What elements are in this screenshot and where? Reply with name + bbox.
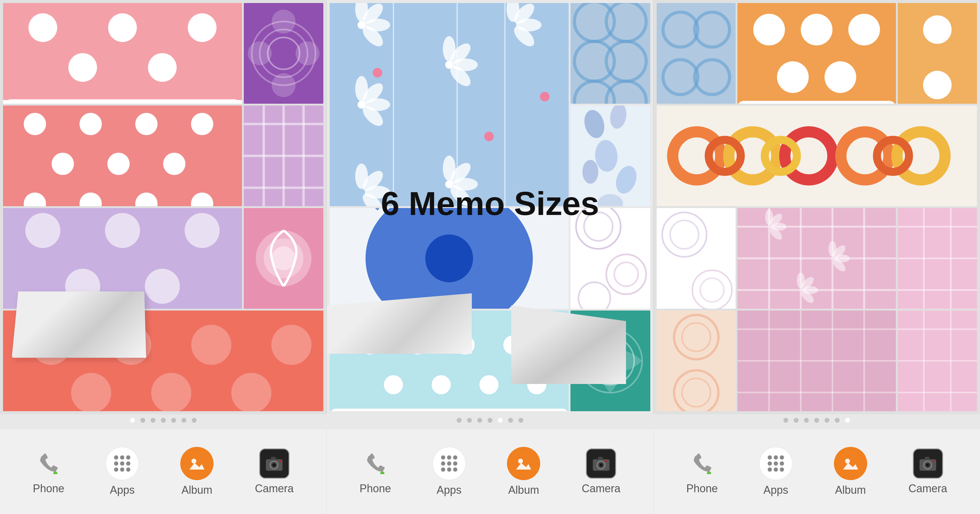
dot-c3[interactable] [477,418,482,423]
svg-point-2 [29,13,57,42]
dots-right [653,414,980,426]
main-heading: 6 Memo Sizes [381,184,599,222]
nav-phone-1[interactable]: Phone [33,448,64,495]
tile-blue-floral-big[interactable] [330,3,569,206]
dot-5[interactable] [171,418,176,423]
tile-pink-cross-sm[interactable] [898,208,977,309]
svg-point-60 [358,21,365,29]
nav-album-2[interactable]: Album [507,447,540,497]
phone-icon-1 [38,453,59,474]
nav-phone-3[interactable]: Phone [686,448,718,495]
camera-icon-1 [259,448,290,479]
nav-apps-1[interactable]: Apps [105,447,139,497]
tile-white-circles-sm[interactable] [657,208,736,309]
tile-purple-mandala[interactable] [244,3,323,104]
tile-pink-swirl[interactable] [244,208,323,309]
tile-pink-polka[interactable] [3,3,242,104]
dot-r7[interactable] [845,418,850,423]
dot-3[interactable] [151,418,156,423]
dot-r6[interactable] [835,418,840,423]
svg-point-5 [68,53,97,82]
nav-album-3[interactable]: Album [834,447,867,497]
album-svg-2 [514,454,533,473]
tile-pink-dots2[interactable] [3,106,242,206]
album-icon-3 [834,447,867,480]
phone-label-1: Phone [33,482,64,495]
tile-pink-cross-wide[interactable] [737,311,896,411]
svg-point-141 [923,71,951,99]
svg-point-36 [105,213,140,248]
svg-point-39 [145,269,180,304]
tile-lavender-cross[interactable] [244,106,323,206]
dots-bars [0,414,980,429]
tile-pink-cross-sm2[interactable] [898,311,977,411]
main-content: 6 Memo Sizes [0,0,980,414]
nav-album-1[interactable]: Album [180,447,213,497]
svg-rect-1 [3,99,242,100]
camera-label-2: Camera [582,482,620,495]
tile-pink-cross-big[interactable] [737,208,896,309]
dot-r4[interactable] [814,418,819,423]
dot-4[interactable] [161,418,166,423]
svg-rect-223 [925,457,929,460]
svg-point-21 [107,153,130,175]
tile-circles-white[interactable] [570,208,650,309]
nav-section-2: Phone Apps [327,429,653,514]
nav-camera-2[interactable]: Camera [582,448,620,495]
dot-c5[interactable] [498,418,503,423]
dot-r5[interactable] [824,418,829,423]
svg-point-120 [479,375,498,394]
tile-paint-splash[interactable] [330,208,569,309]
dot-r3[interactable] [804,418,809,423]
dot-r2[interactable] [794,418,799,423]
dot-7[interactable] [192,418,197,423]
apps-grid-1 [109,451,135,476]
svg-point-48 [271,325,311,365]
svg-point-50 [151,373,191,411]
svg-point-13 [296,41,320,65]
apps-label-2: Apps [437,484,461,497]
dot-r1[interactable] [783,418,788,423]
dot-c6[interactable] [508,418,513,423]
svg-point-214 [600,464,602,466]
svg-rect-112 [330,408,569,411]
svg-point-86 [540,92,550,102]
camera-svg-1 [264,454,284,473]
svg-point-216 [606,460,608,462]
phone-label-3: Phone [686,482,718,495]
tile-donut-pattern[interactable] [657,106,977,206]
nav-camera-3[interactable]: Camera [908,448,947,495]
dot-2[interactable] [140,418,145,423]
camera-icon-3 [913,448,943,479]
tile-orange-2[interactable] [898,3,977,104]
dot-c1[interactable] [457,418,461,423]
nav-section-3: Phone Apps [654,429,980,514]
svg-point-18 [135,113,158,135]
svg-point-209 [380,471,385,474]
dot-c7[interactable] [519,418,523,423]
tile-blue-circles[interactable] [570,3,650,104]
svg-point-137 [777,61,809,93]
svg-point-217 [707,471,711,474]
dot-1[interactable] [130,418,135,423]
dot-c4[interactable] [488,418,492,423]
dot-6[interactable] [181,418,186,423]
album-label-1: Album [181,484,212,497]
nav-apps-3[interactable]: Apps [759,447,792,497]
apps-icon-3 [759,447,792,480]
album-icon-2 [507,447,540,480]
svg-point-136 [848,14,880,46]
tile-peach-circles[interactable] [657,311,736,411]
phone-icon-2 [365,453,386,474]
svg-point-47 [191,325,231,365]
svg-point-65 [358,101,365,109]
svg-point-104 [425,235,473,282]
tile-blue-circles-sm[interactable] [657,3,736,104]
svg-rect-215 [598,457,603,460]
nav-camera-1[interactable]: Camera [255,448,294,495]
dot-c2[interactable] [467,418,472,423]
nav-apps-2[interactable]: Apps [433,447,466,497]
tile-orange-polka[interactable] [737,3,896,104]
nav-phone-2[interactable]: Phone [360,448,391,495]
phone-icon-3 [692,453,713,474]
